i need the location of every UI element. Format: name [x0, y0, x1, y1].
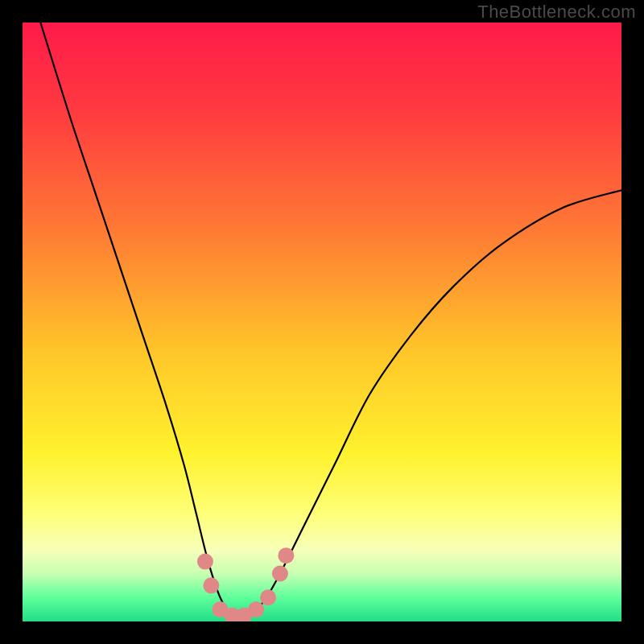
watermark-text: TheBottleneck.com	[477, 2, 636, 23]
data-marker	[272, 565, 288, 581]
plot-area	[23, 23, 621, 621]
data-marker	[203, 577, 219, 593]
chart-frame: TheBottleneck.com	[0, 0, 644, 644]
data-marker	[278, 547, 294, 564]
bottleneck-curve	[23, 23, 621, 621]
data-marker	[260, 589, 276, 605]
data-marker	[248, 601, 264, 617]
data-marker	[197, 554, 213, 570]
